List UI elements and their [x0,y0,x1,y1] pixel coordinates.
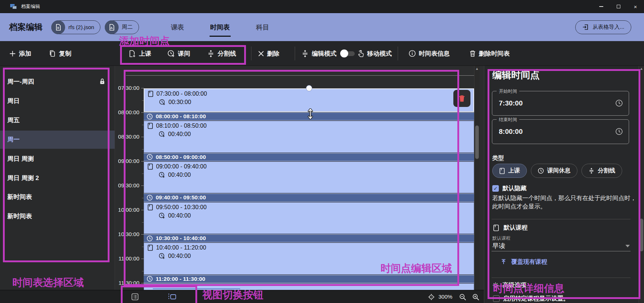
break-time-bar[interactable]: 09:40:00 - 09:50:00 [144,194,474,202]
upload-icon [500,259,507,265]
window-title: 档案编辑 [21,3,40,10]
break-time-bar[interactable]: 08:50:00 - 09:00:00 [144,153,474,161]
panel-scrollbar[interactable]: ▲ [639,66,644,303]
end-time-field[interactable]: 结束时间 8:00:00 [492,119,629,144]
timetable-chip-label: 周二 [122,24,133,31]
reset-zoom-button[interactable] [428,294,435,300]
timetable-info-button[interactable]: 时间表信息 [409,41,450,66]
class-time-block[interactable]: 09:50:00 - 10:30:0000:40:00 [144,202,474,234]
timetable-list-item[interactable]: 周日 周测 [0,150,115,168]
clock-plus-icon [159,172,165,178]
edit-timepoint-panel: 编辑时间点 开始时间 7:30:00 结束时间 8:00:00 类型 上课课间休… [484,66,644,303]
timetable-item-label: 周日 周测 2 [7,175,39,182]
default-course-header-label: 默认课程 [504,224,528,232]
close-button[interactable]: × [627,0,644,13]
timeline-scrollbar[interactable]: ▲ [474,66,480,290]
timetable-list-item[interactable]: 新时间表 [0,207,115,226]
timetable-list-item[interactable]: 周日 周测 2 [0,169,115,187]
type-option-book-icon[interactable]: 上课 [492,164,527,178]
delete-timetable-label: 删除时间表 [479,49,510,58]
clock-icon [147,113,153,120]
delete-button[interactable]: 删除 [258,41,279,66]
info-icon [409,50,416,57]
file-chip-label: rfs (2).json [68,24,94,30]
class-time-block[interactable]: 09:00:00 - 09:40:0000:40:00 [144,162,474,193]
scroll-up-icon[interactable]: ▲ [475,67,479,71]
type-option-split-icon[interactable]: 分割线 [581,164,622,178]
course-display-checkbox[interactable]: 启用特定课程显示设置。 [493,295,569,303]
copy-label: 复制 [59,49,71,58]
timetable-list-item[interactable]: 周日 [0,92,115,110]
file-chip[interactable]: rfs (2).json [51,20,100,34]
block-resize-handle[interactable] [306,85,312,91]
header: 档案编辑 rfs (2).json 周二 课表 时间表 科目 从表格导入... [0,13,644,41]
file-json-icon [51,20,65,34]
clock-plus-icon [159,131,165,137]
timetable-item-label: 周日 [7,97,20,104]
timetable-item-label: 新时间表 [7,213,32,220]
add-button[interactable]: 添加 [9,41,31,66]
trash-icon [469,50,476,57]
select-underline [492,251,631,251]
type-option-label: 课间休息 [547,167,571,175]
default-course-select[interactable]: 早读 [492,242,505,250]
default-hidden-checkbox[interactable]: ✓ 默认隐藏 [492,184,526,192]
panel-scrollbar-thumb[interactable] [640,219,643,251]
add-class-button[interactable]: 上课 [128,41,151,66]
clock-icon[interactable] [615,128,623,135]
timetable-chip[interactable]: 周二 [105,20,139,34]
minimize-button[interactable] [593,0,610,13]
zoom-in-button[interactable] [472,294,480,301]
break-time-bar[interactable]: 10:30:00 - 10:40:00 [144,234,474,242]
copy-button[interactable]: 复制 [49,41,71,66]
break-time-bar[interactable]: 11:20:00 - 11:30:00 [144,275,474,283]
block-time-range: 10:40:00 - 11:20:00 [156,244,206,251]
zoom-out-button[interactable] [459,294,466,301]
tab-subjects[interactable]: 科目 [256,23,269,32]
time-axis-label: 08:00:00 [115,109,139,116]
edit-mode-toggle[interactable]: 编辑模式 [301,41,355,66]
class-time-block[interactable]: 08:10:00 - 08:50:0000:40:00 [144,121,474,152]
bar-time-range: 08:50:00 - 09:00:00 [156,154,206,160]
class-time-block[interactable]: 10:40:00 - 11:20:0000:40:00 [144,243,474,274]
tab-timetable[interactable]: 时间表 [210,23,230,32]
timetable-list-item[interactable]: 周五 [0,111,115,129]
default-course-field-label: 默认课程 [492,235,510,242]
move-mode-button[interactable]: 移动模式 [357,41,392,66]
timetable-list-sidebar: 周一-周四周日周五周一周日 周测周日 周测 2新时间表新时间表 [0,66,115,290]
timeline-scrollbar-thumb[interactable] [475,125,479,159]
start-time-label: 开始时间 [497,88,519,95]
clock-plus-icon [167,50,175,57]
delete-block-button[interactable] [453,90,470,107]
checkbox-unchecked-icon[interactable] [493,295,500,302]
list-view-button[interactable] [131,293,139,301]
section-divider [492,278,631,278]
block-duration: 00:40:00 [168,172,191,178]
import-from-table-button[interactable]: 从表格导入... [575,20,631,34]
edit-mode-switch[interactable] [340,49,355,57]
add-break-button[interactable]: 课间 [167,41,190,66]
timetable-list-item[interactable]: 新时间表 [0,188,115,206]
type-option-clock-icon[interactable]: 课间休息 [531,164,577,178]
timetable-list-item[interactable]: 周一-周四 [0,73,115,91]
delete-timetable-button[interactable]: 删除时间表 [469,41,510,66]
chevron-down-icon[interactable] [625,245,630,247]
page-title: 档案编辑 [9,21,43,33]
clock-icon [538,168,544,174]
timetable-list-item[interactable]: 周一 [0,131,115,149]
add-divider-button[interactable]: 分割线 [207,41,236,66]
maximize-button[interactable] [610,0,627,13]
scroll-up-icon[interactable]: ▲ [640,67,643,71]
override-courses-button[interactable]: 覆盖现有课程 [500,258,547,266]
time-axis-label: 09:00:00 [115,158,139,164]
start-time-field[interactable]: 开始时间 7:30:00 [492,91,629,116]
lock-icon [99,78,105,85]
checkbox-checked-icon[interactable]: ✓ [492,185,499,192]
start-time-value[interactable]: 7:30:00 [499,99,523,107]
zoom-in-icon [472,294,480,301]
end-time-value[interactable]: 8:00:00 [499,128,523,136]
clock-icon[interactable] [615,99,623,107]
tab-schedule[interactable]: 课表 [171,23,184,32]
toolbar-divider [251,47,251,60]
timeline-view-button[interactable] [167,293,177,301]
